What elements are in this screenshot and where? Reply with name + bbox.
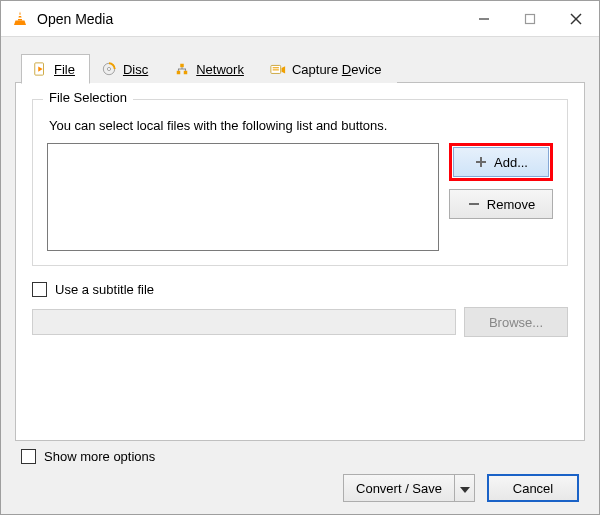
tab-disc[interactable]: Disc [90, 54, 163, 83]
show-more-checkbox[interactable] [21, 449, 36, 464]
file-button-column: Add... Remove [449, 143, 553, 251]
subtitle-checkbox[interactable] [32, 282, 47, 297]
minus-icon [467, 197, 481, 211]
svg-rect-2 [18, 17, 23, 19]
svg-marker-18 [281, 66, 285, 73]
vlc-cone-icon [11, 10, 29, 28]
svg-rect-13 [184, 71, 188, 75]
svg-rect-20 [476, 161, 486, 163]
close-button[interactable] [553, 1, 599, 36]
show-more-row: Show more options [21, 449, 579, 464]
tab-label: Capture Device [292, 62, 382, 77]
plus-icon [474, 155, 488, 169]
capture-device-icon [270, 61, 286, 77]
client-area: File Disc [1, 37, 599, 514]
cancel-button[interactable]: Cancel [487, 474, 579, 502]
browse-button: Browse... [464, 307, 568, 337]
button-label: Cancel [513, 481, 553, 496]
titlebar: Open Media [1, 1, 599, 37]
convert-save-dropdown[interactable] [455, 474, 475, 502]
svg-rect-12 [177, 71, 181, 75]
subtitle-path-field [32, 309, 456, 335]
action-row: Convert / Save Cancel [21, 474, 579, 502]
svg-point-11 [107, 67, 110, 70]
chevron-down-icon [460, 481, 470, 496]
button-label: Browse... [489, 315, 543, 330]
svg-rect-21 [469, 203, 479, 205]
convert-save-button[interactable]: Convert / Save [343, 474, 475, 502]
tab-capture-device[interactable]: Capture Device [259, 54, 397, 83]
tab-strip: File Disc [21, 49, 585, 83]
add-button[interactable]: Add... [453, 147, 549, 177]
file-row: Add... Remove [47, 143, 553, 251]
disc-icon [101, 61, 117, 77]
subtitle-checkbox-row: Use a subtitle file [32, 282, 568, 297]
group-legend: File Selection [43, 90, 133, 105]
subtitle-label: Use a subtitle file [55, 282, 154, 297]
tab-network[interactable]: Network [163, 54, 259, 83]
bottom-area: Show more options Convert / Save Cancel [15, 441, 585, 506]
svg-marker-22 [460, 487, 470, 493]
file-icon [32, 61, 48, 77]
tab-label: Disc [123, 62, 148, 77]
window-controls [461, 1, 599, 36]
subtitle-group: Use a subtitle file Browse... [32, 278, 568, 337]
button-label: Remove [487, 197, 535, 212]
svg-rect-17 [273, 69, 279, 70]
remove-button[interactable]: Remove [449, 189, 553, 219]
button-label: Convert / Save [356, 481, 442, 496]
svg-rect-5 [526, 14, 535, 23]
file-selection-group: File Selection You can select local file… [32, 99, 568, 266]
network-icon [174, 61, 190, 77]
svg-rect-14 [180, 64, 184, 68]
tab-file[interactable]: File [21, 54, 90, 84]
svg-rect-1 [18, 14, 22, 16]
tab-label: Network [196, 62, 244, 77]
open-media-window: Open Media File [0, 0, 600, 515]
file-list[interactable] [47, 143, 439, 251]
subtitle-path-row: Browse... [32, 307, 568, 337]
file-panel: File Selection You can select local file… [15, 82, 585, 441]
maximize-button[interactable] [507, 1, 553, 36]
add-button-highlight: Add... [449, 143, 553, 181]
svg-rect-16 [273, 67, 279, 68]
tab-label: File [54, 62, 75, 77]
svg-marker-3 [14, 20, 26, 25]
show-more-label: Show more options [44, 449, 155, 464]
file-selection-hint: You can select local files with the foll… [49, 118, 553, 133]
convert-save-main[interactable]: Convert / Save [343, 474, 455, 502]
button-label: Add... [494, 155, 528, 170]
window-title: Open Media [37, 11, 461, 27]
minimize-button[interactable] [461, 1, 507, 36]
